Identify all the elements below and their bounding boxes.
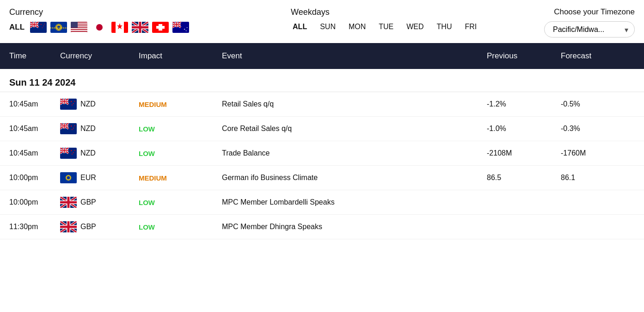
col-time: Time [9, 50, 60, 62]
flag-eur [60, 172, 77, 183]
svg-rect-53 [156, 26, 165, 29]
flag-nzd: ★★★★ [60, 123, 77, 134]
svg-rect-32 [71, 28, 87, 29]
timezone-select-wrapper: Pacific/Midwa... UTC America/New_York Eu… [544, 21, 635, 37]
weekday-thu-button[interactable]: THU [435, 22, 454, 32]
row-currency-code: NZD [80, 149, 96, 157]
row-currency-code: GBP [80, 223, 96, 231]
svg-text:★: ★ [74, 100, 76, 102]
flag-gbp[interactable] [132, 22, 148, 33]
row-event: German ifo Business Climate [222, 174, 487, 182]
row-forecast: -0.3% [561, 125, 635, 133]
row-currency: ★★★★ NZD [60, 148, 139, 159]
flag-cad[interactable] [111, 22, 128, 33]
filter-bar: Currency ALL ★ ★ ★ [0, 0, 644, 43]
flag-aud[interactable]: ✦ ✦ ✦ [172, 22, 189, 33]
row-event: MPC Member Lombardelli Speaks [222, 198, 487, 206]
table-row: 10:00pm EUR MEDIUM German ifo Business C… [0, 166, 644, 190]
svg-rect-39 [111, 22, 116, 33]
row-currency: GBP [60, 197, 139, 208]
svg-text:★★★★★★★★★★★★: ★★★★★★★★★★★★ [50, 26, 67, 29]
row-event: Retail Sales q/q [222, 100, 487, 108]
weekday-mon-button[interactable]: MON [347, 22, 368, 32]
svg-rect-105 [60, 172, 77, 183]
col-previous: Previous [487, 50, 561, 62]
row-time: 10:45am [9, 125, 60, 133]
svg-rect-74 [60, 101, 68, 102]
row-event: MPC Member Dhingra Speaks [222, 223, 487, 231]
rows-container: 10:45am ★★★★ NZD MEDIUM Retail Sales q/q… [0, 92, 644, 239]
row-currency: EUR [60, 172, 139, 183]
svg-rect-62 [172, 24, 181, 25]
weekdays-filter-label: Weekdays [291, 7, 478, 17]
row-time: 10:45am [9, 100, 60, 108]
svg-rect-34 [71, 32, 87, 33]
weekday-fri-button[interactable]: FRI [463, 22, 478, 32]
row-currency-code: GBP [80, 198, 96, 206]
flag-usd[interactable] [71, 22, 87, 33]
svg-rect-100 [60, 150, 68, 151]
svg-text:★: ★ [71, 128, 73, 131]
row-impact: LOW [139, 199, 222, 206]
row-previous: -1.0% [487, 125, 561, 133]
svg-rect-40 [124, 22, 128, 33]
row-time: 10:00pm [9, 174, 60, 182]
flag-eur[interactable]: ★★★★★★★★★★★★ [50, 22, 67, 33]
svg-rect-135 [60, 226, 77, 228]
row-forecast: 86.1 [561, 174, 635, 182]
currency-all-button[interactable]: ALL [9, 23, 26, 32]
weekday-wed-button[interactable]: WED [405, 22, 425, 32]
col-impact: Impact [139, 50, 222, 62]
row-previous: -1.2% [487, 100, 561, 108]
row-time: 10:00pm [9, 198, 60, 206]
weekdays-buttons: ALL SUN MON TUE WED THU FRI [291, 22, 478, 32]
svg-point-37 [96, 24, 103, 31]
row-impact: LOW [139, 125, 222, 133]
timezone-select[interactable]: Pacific/Midwa... UTC America/New_York Eu… [544, 21, 635, 37]
flag-nzd: ★★★★ [60, 99, 77, 110]
row-currency-code: EUR [80, 174, 96, 182]
row-impact: MEDIUM [139, 100, 222, 108]
weekday-tue-button[interactable]: TUE [377, 22, 395, 32]
weekdays-section: Weekdays ALL SUN MON TUE WED THU FRI [291, 7, 478, 32]
flag-gbp [60, 221, 77, 232]
row-currency: GBP [60, 221, 139, 232]
svg-text:★: ★ [44, 23, 45, 25]
weekday-sun-button[interactable]: SUN [318, 22, 337, 32]
col-event: Event [222, 50, 487, 62]
svg-text:★: ★ [74, 149, 76, 151]
flag-jpy[interactable] [91, 22, 108, 33]
svg-text:★: ★ [42, 27, 43, 29]
flag-nzd[interactable]: ★ ★ ★ ★ [30, 22, 47, 33]
row-impact: MEDIUM [139, 174, 222, 182]
col-forecast: Forecast [561, 50, 635, 62]
svg-rect-50 [132, 26, 148, 29]
timezone-filter-label: Choose your Timezone [544, 7, 635, 17]
table-row: 10:45am ★★★★ NZD LOW Core Retail Sales q… [0, 117, 644, 141]
row-time: 10:45am [9, 149, 60, 157]
svg-rect-33 [71, 30, 87, 31]
table-row: 10:45am ★★★★ NZD MEDIUM Retail Sales q/q… [0, 92, 644, 117]
flag-nzd: ★★★★ [60, 148, 77, 159]
row-previous: 86.5 [487, 174, 561, 182]
svg-text:★: ★ [43, 25, 44, 27]
row-currency-code: NZD [80, 125, 96, 133]
row-time: 11:30pm [9, 223, 60, 231]
weekday-all-button[interactable]: ALL [291, 22, 309, 32]
svg-rect-87 [60, 125, 68, 126]
row-forecast: -0.5% [561, 100, 635, 108]
row-impact: LOW [139, 223, 222, 231]
svg-rect-126 [60, 201, 77, 204]
flag-gbp [60, 197, 77, 208]
svg-text:★: ★ [40, 23, 42, 25]
row-impact: LOW [139, 150, 222, 157]
row-currency-code: NZD [80, 100, 96, 108]
svg-text:★: ★ [71, 153, 73, 155]
date-separator: Sun 11 24 2024 [0, 69, 644, 92]
col-currency: Currency [60, 50, 139, 62]
svg-text:★: ★ [71, 104, 73, 106]
flag-chf[interactable] [152, 22, 169, 33]
svg-rect-35 [71, 22, 78, 28]
row-currency: ★★★★ NZD [60, 99, 139, 110]
timezone-section: Choose your Timezone Pacific/Midwa... UT… [544, 7, 635, 37]
